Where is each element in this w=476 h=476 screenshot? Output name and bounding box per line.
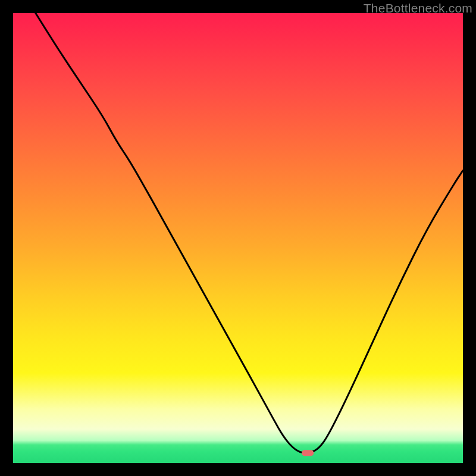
plot-area bbox=[13, 13, 463, 463]
watermark-text: TheBottleneck.com bbox=[364, 1, 472, 15]
optimal-marker bbox=[302, 450, 314, 456]
chart-frame: TheBottleneck.com bbox=[0, 0, 476, 476]
curve-layer bbox=[13, 13, 463, 463]
bottleneck-curve bbox=[36, 13, 463, 453]
